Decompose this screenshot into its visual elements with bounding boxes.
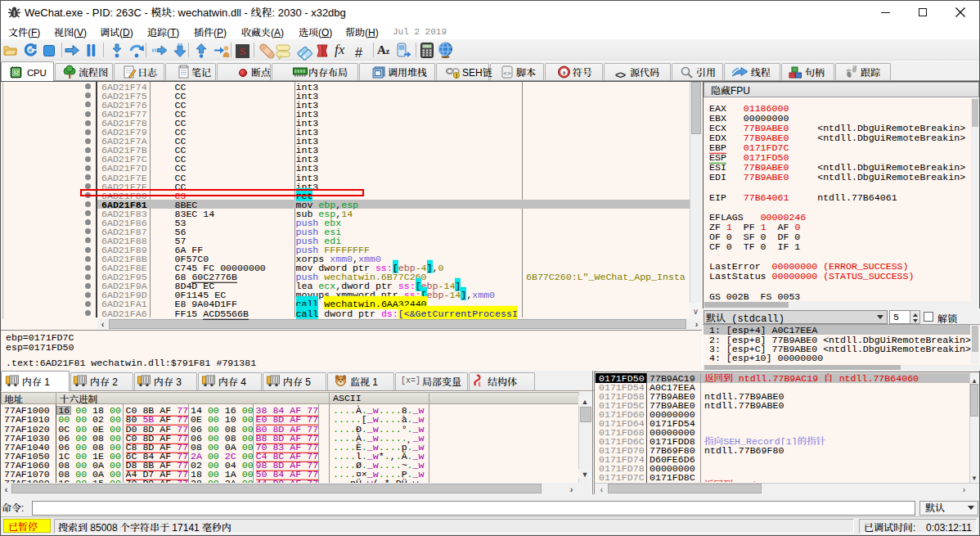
svg-text:a: a	[563, 69, 566, 76]
svg-text:32: 32	[13, 70, 20, 75]
svg-text:S: S	[240, 45, 245, 57]
svg-text:<>: <>	[503, 70, 511, 77]
svg-text:!: !	[456, 73, 457, 79]
